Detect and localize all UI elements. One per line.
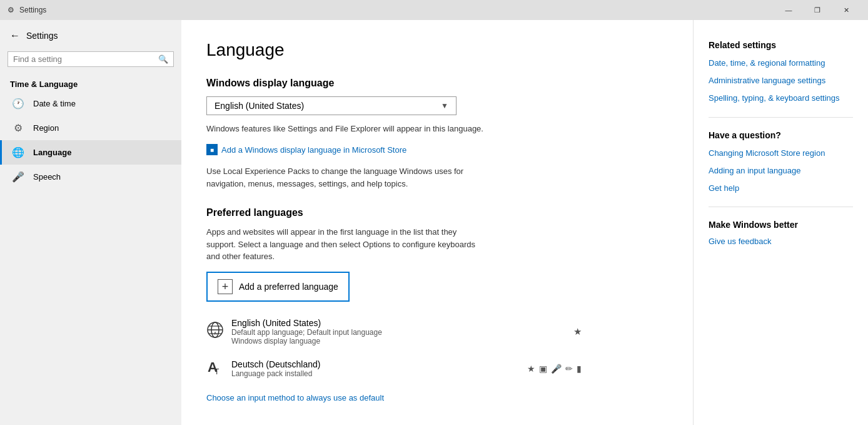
language-icon: 🌐 bbox=[12, 146, 24, 158]
lang-sub: Default app language; Default input lang… bbox=[231, 328, 382, 337]
display-language-desc: Windows features like Settings and File … bbox=[206, 123, 488, 135]
chevron-down-icon: ▼ bbox=[441, 101, 448, 110]
display-language-dropdown-wrapper: English (United States) ▼ bbox=[206, 96, 668, 115]
date-time-icon: 🕐 bbox=[12, 98, 24, 110]
preferred-desc: Apps and websites will appear in the fir… bbox=[206, 226, 488, 263]
store-link-text: Add a Windows display language in Micros… bbox=[221, 145, 406, 155]
lang-option-icon-1: ★ bbox=[527, 364, 535, 374]
settings-icon: ⚙ bbox=[8, 6, 14, 14]
sidebar-item-language[interactable]: 🌐 Language bbox=[0, 140, 181, 165]
input-method-link-text: Choose an input method to always use as … bbox=[206, 393, 384, 402]
preferred-heading: Preferred languages bbox=[206, 207, 668, 218]
page-title: Language bbox=[206, 40, 668, 60]
display-language-heading: Windows display language bbox=[206, 78, 668, 89]
sidebar-section-label: Time & Language bbox=[0, 72, 181, 91]
titlebar: ⚙ Settings — ❐ ✕ bbox=[0, 0, 868, 20]
titlebar-title: Settings bbox=[19, 6, 46, 14]
sidebar-item-label: Date & time bbox=[33, 99, 76, 108]
display-language-dropdown[interactable]: English (United States) ▼ bbox=[206, 96, 457, 115]
make-better-heading: Make Windows better bbox=[709, 220, 853, 230]
divider bbox=[709, 117, 853, 118]
back-label: Settings bbox=[26, 31, 58, 41]
lang-name: English (United States) bbox=[231, 318, 382, 328]
search-icon: 🔍 bbox=[158, 54, 168, 64]
speech-icon: 🎤 bbox=[12, 171, 24, 183]
right-panel: Related settings Date, time, & regional … bbox=[693, 20, 868, 425]
close-button[interactable]: ✕ bbox=[832, 0, 860, 20]
list-item[interactable]: A English (United States) Default app la… bbox=[206, 312, 582, 352]
main-content: Language Windows display language Englis… bbox=[181, 20, 693, 425]
star-icon: ★ bbox=[573, 326, 582, 337]
related-link-spelling[interactable]: Spelling, typing, & keyboard settings bbox=[709, 93, 853, 104]
sidebar-item-label: Language bbox=[33, 148, 71, 157]
store-link[interactable]: ■ Add a Windows display language in Micr… bbox=[206, 144, 406, 155]
lang-name: Deutsch (Deutschland) bbox=[231, 359, 320, 369]
back-arrow-icon: ← bbox=[10, 30, 20, 41]
dropdown-value: English (United States) bbox=[214, 101, 304, 111]
search-box[interactable]: 🔍 bbox=[8, 51, 174, 67]
question-link-store[interactable]: Changing Microsoft Store region bbox=[709, 148, 853, 159]
maximize-button[interactable]: ❐ bbox=[803, 0, 832, 20]
sidebar-item-speech[interactable]: 🎤 Speech bbox=[0, 165, 181, 189]
minimize-button[interactable]: — bbox=[774, 0, 803, 20]
titlebar-left: ⚙ Settings bbox=[8, 6, 46, 14]
store-link-desc: Use Local Experience Packs to change the… bbox=[206, 165, 488, 190]
app-body: ← Settings 🔍 Time & Language 🕐 Date & ti… bbox=[0, 20, 868, 425]
list-item[interactable]: A T Deutsch (Deutschland) Language pack … bbox=[206, 352, 582, 386]
store-icon: ■ bbox=[206, 144, 218, 155]
sidebar-item-label: Region bbox=[33, 123, 59, 133]
titlebar-controls: — ❐ ✕ bbox=[774, 0, 860, 20]
svg-text:A: A bbox=[214, 331, 217, 335]
sidebar-item-label: Speech bbox=[33, 172, 61, 182]
related-settings-heading: Related settings bbox=[709, 40, 853, 50]
plus-icon: + bbox=[218, 279, 233, 294]
lang-option-icon-2: ▣ bbox=[539, 364, 547, 374]
add-lang-label: Add a preferred language bbox=[239, 282, 338, 292]
have-a-question-heading: Have a question? bbox=[709, 130, 853, 140]
language-at-icon: A T bbox=[206, 358, 224, 379]
back-button[interactable]: ← Settings bbox=[0, 25, 181, 46]
region-icon: ⚙ bbox=[12, 122, 24, 134]
feedback-link[interactable]: Give us feedback bbox=[709, 236, 853, 247]
language-globe-icon: A bbox=[206, 321, 224, 342]
lang-sub: Language pack installed bbox=[231, 369, 320, 378]
divider-2 bbox=[709, 207, 853, 207]
search-input[interactable] bbox=[13, 54, 154, 64]
related-link-admin[interactable]: Administrative language settings bbox=[709, 75, 853, 86]
add-preferred-language-button[interactable]: + Add a preferred language bbox=[206, 272, 350, 302]
lang-option-icon-5: ▮ bbox=[577, 364, 582, 374]
related-link-date-time[interactable]: Date, time, & regional formatting bbox=[709, 58, 853, 69]
input-method-link[interactable]: Choose an input method to always use as … bbox=[206, 393, 384, 402]
lang-option-icon-4: ✏ bbox=[565, 364, 573, 374]
sidebar-item-date-time[interactable]: 🕐 Date & time bbox=[0, 91, 181, 116]
lang-sub-2: Windows display language bbox=[231, 337, 382, 346]
sidebar: ← Settings 🔍 Time & Language 🕐 Date & ti… bbox=[0, 20, 181, 425]
question-link-input[interactable]: Adding an input language bbox=[709, 165, 853, 177]
svg-text:T: T bbox=[214, 367, 220, 376]
lang-option-icon-3: 🎤 bbox=[551, 364, 562, 374]
question-link-help[interactable]: Get help bbox=[709, 183, 853, 194]
sidebar-item-region[interactable]: ⚙ Region bbox=[0, 116, 181, 140]
